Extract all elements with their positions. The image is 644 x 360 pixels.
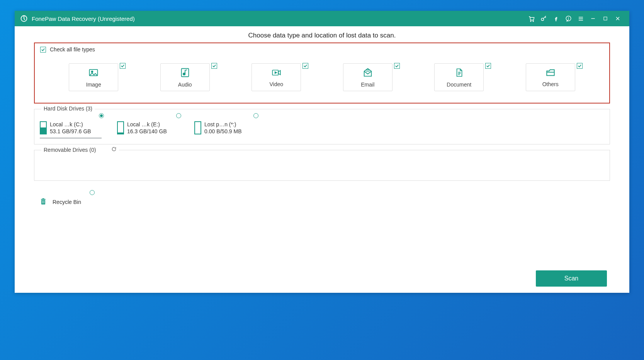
file-type-audio-checkbox[interactable] <box>211 63 217 69</box>
file-type-email[interactable]: Email <box>343 63 393 91</box>
drive-icon <box>194 121 201 134</box>
content-area: Choose data type and location of lost da… <box>15 26 629 293</box>
drive-lost[interactable]: Lost p…n (*:)0.00 B/50.9 MB <box>194 119 256 137</box>
recycle-bin-section: Recycle Bin <box>34 188 610 207</box>
titlebar: FonePaw Data Recovery (Unregistered) <box>15 11 629 26</box>
removable-label-text: Removable Drives (0) <box>44 147 96 153</box>
drive-c-radio[interactable] <box>99 113 104 118</box>
drive-c[interactable]: Local …k (C:)53.1 GB/97.6 GB <box>40 119 102 137</box>
file-type-email-checkbox[interactable] <box>394 63 400 69</box>
drive-icon <box>40 121 47 134</box>
document-icon <box>454 67 464 79</box>
file-type-video-checkbox[interactable] <box>302 63 308 69</box>
drive-icon <box>117 121 124 134</box>
image-icon <box>88 67 99 79</box>
removable-drives-label: Removable Drives (0) <box>41 146 119 153</box>
check-all-checkbox[interactable] <box>40 47 46 53</box>
others-icon <box>545 68 556 79</box>
file-type-label: Audio <box>178 82 192 88</box>
file-type-label: Others <box>542 81 559 87</box>
maximize-icon[interactable] <box>599 12 612 25</box>
feedback-icon[interactable] <box>562 12 574 25</box>
check-all-row[interactable]: Check all file types <box>40 46 604 53</box>
file-type-image-checkbox[interactable] <box>120 63 126 69</box>
svg-point-2 <box>533 20 534 21</box>
hard-disk-section: Hard Disk Drives (3) Local …k (C:)53.1 G… <box>34 109 610 144</box>
file-type-label: Image <box>86 82 101 88</box>
file-type-audio[interactable]: Audio <box>160 63 210 91</box>
scan-button[interactable]: Scan <box>536 270 607 287</box>
drive-info: Local …k (C:)53.1 GB/97.6 GB <box>50 121 91 135</box>
recycle-bin-option[interactable]: Recycle Bin <box>39 197 605 207</box>
app-logo-icon <box>20 15 28 22</box>
file-type-grid: ImageAudioVideoEmailDocumentOthers <box>40 63 604 91</box>
video-icon <box>270 68 282 79</box>
file-type-image[interactable]: Image <box>69 63 118 91</box>
menu-icon[interactable] <box>574 12 587 25</box>
refresh-icon[interactable] <box>111 146 117 153</box>
svg-point-7 <box>92 71 93 72</box>
hard-disk-label: Hard Disk Drives (3) <box>41 105 95 112</box>
drive-e-radio[interactable] <box>176 113 181 118</box>
trash-icon <box>39 197 47 207</box>
drive-info: Lost p…n (*:)0.00 B/50.9 MB <box>204 121 242 135</box>
file-type-document[interactable]: Document <box>434 63 484 91</box>
minimize-icon[interactable] <box>587 12 599 25</box>
file-type-label: Video <box>269 81 283 87</box>
recycle-bin-label: Recycle Bin <box>53 199 81 205</box>
key-icon[interactable] <box>537 12 550 25</box>
file-type-others[interactable]: Others <box>526 63 575 91</box>
drive-e[interactable]: Local …k (E:)16.3 GB/140 GB <box>117 119 179 137</box>
window-title: FonePaw Data Recovery (Unregistered) <box>32 15 135 22</box>
file-type-label: Email <box>361 82 374 88</box>
instruction-text: Choose data type and location of lost da… <box>34 26 610 42</box>
file-type-label: Document <box>447 82 471 88</box>
file-type-video[interactable]: Video <box>251 63 301 91</box>
drives-row: Local …k (C:)53.1 GB/97.6 GBLocal …k (E:… <box>40 119 604 137</box>
svg-rect-5 <box>604 17 607 20</box>
svg-point-3 <box>541 18 544 20</box>
svg-point-1 <box>530 20 531 21</box>
drive-lost-radio[interactable] <box>253 113 258 118</box>
cart-icon[interactable] <box>525 12 537 25</box>
email-icon <box>362 67 373 79</box>
drive-info: Local …k (E:)16.3 GB/140 GB <box>127 121 167 135</box>
app-window: FonePaw Data Recovery (Unregistered) Cho… <box>15 11 629 293</box>
file-type-others-checkbox[interactable] <box>577 63 583 69</box>
removable-drives-section: Removable Drives (0) <box>34 150 610 181</box>
audio-icon <box>180 67 190 79</box>
facebook-icon[interactable] <box>550 12 562 25</box>
close-icon[interactable] <box>612 12 624 25</box>
file-types-highlight-box: Check all file types ImageAudioVideoEmai… <box>34 42 610 104</box>
recycle-radio[interactable] <box>90 190 95 195</box>
file-type-document-checkbox[interactable] <box>485 63 491 69</box>
check-all-label: Check all file types <box>50 46 95 53</box>
